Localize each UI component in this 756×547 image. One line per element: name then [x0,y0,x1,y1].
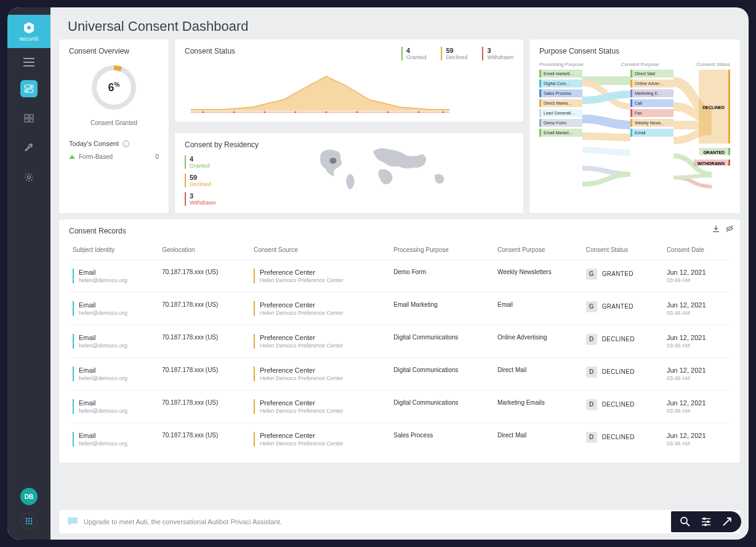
svg-point-11 [28,518,30,520]
page-title: Universal Consent Dashboard [68,18,731,34]
arrow-icon[interactable] [722,516,733,527]
sankey-status-node: DECLINED [699,70,730,144]
svg-point-17 [28,523,30,525]
legend-item: 3Withdrawn [185,192,259,206]
svg-point-15 [31,521,33,522]
sidebar: securiti DB [7,7,50,540]
column-header[interactable]: Processing Purpose [390,241,494,260]
sankey-node: Marketing E… [630,89,674,97]
sankey-diagram: Email marketi…Digital Com…Sales ProcessD… [539,70,730,197]
sliders-icon[interactable] [701,516,712,527]
table-row[interactable]: Emailhelen@democo.org70.187.178.xxx (US)… [69,293,730,325]
svg-point-14 [28,521,30,522]
tool-strip [671,511,741,532]
sankey-node: Digital Com… [539,79,582,87]
nav-data[interactable] [20,110,38,127]
side-nav [20,80,38,186]
wrench-icon [24,143,34,153]
svg-point-20 [203,111,204,113]
visibility-off-icon[interactable] [725,224,734,233]
legend-item: 59Declined [185,174,259,187]
sankey-node: Email [630,129,674,137]
legend-item: 4Granted [401,47,427,60]
svg-point-10 [26,518,28,520]
svg-point-2 [30,86,31,87]
column-header[interactable]: Subject Identity [69,241,158,260]
sankey-status-node: GRANTED [699,148,730,155]
svg-point-36 [704,524,707,526]
securiti-logo-icon [22,21,36,34]
svg-point-21 [233,111,235,113]
legend-item: 3Withdrawn [482,47,513,60]
svg-point-27 [418,111,420,113]
nav-tools[interactable] [20,139,38,156]
info-icon[interactable]: i [123,140,129,147]
table-row[interactable]: Emailhelen@democo.org70.187.178.xxx (US)… [69,391,730,423]
nav-consent[interactable] [20,80,38,97]
table-row[interactable]: Emailhelen@democo.org70.187.178.xxx (US)… [69,260,730,293]
svg-point-24 [326,111,328,113]
consent-gauge: 6% [92,65,136,110]
sankey-header-right: Consent Status [696,62,730,67]
status-area-chart [185,68,456,115]
sankey-node: Call [630,99,674,107]
sankey-node: Lead Generati… [539,109,582,117]
svg-point-22 [264,111,266,113]
svg-point-32 [703,517,706,520]
sankey-node: Email marketi… [539,70,582,78]
svg-point-34 [707,521,709,523]
svg-line-30 [686,523,690,526]
sankey-node: Direct Mail [630,70,674,78]
status-card: Consent Status 4Granted59Declined3Withdr… [175,39,523,122]
svg-point-4 [26,90,28,92]
column-header[interactable]: Consent Source [250,241,390,260]
svg-point-29 [681,517,687,524]
sankey-header-mid: Consent Purpose [621,62,659,67]
svg-rect-5 [25,115,28,118]
records-card: Consent Records Subject IdentityGeolocat… [59,219,740,463]
svg-point-23 [295,111,297,113]
sankey-node: Demo Form [539,119,582,127]
brand-logo[interactable]: securiti [7,15,50,48]
sankey-node: Sales Process [539,89,582,97]
column-header[interactable]: Consent Purpose [494,241,582,260]
svg-point-12 [31,518,33,520]
sankey-node: Online Adver… [630,79,674,87]
residency-title: Consent by Residency [185,140,259,149]
column-header[interactable]: Consent Status [582,241,663,260]
sankey-header-left: Processing Purpose [539,62,584,67]
svg-point-13 [26,521,28,522]
brand-name: securiti [20,36,39,42]
svg-point-25 [356,111,358,113]
search-icon[interactable] [680,516,691,527]
table-row[interactable]: Emailhelen@democo.org70.187.178.xxx (US)… [69,325,730,358]
svg-rect-3 [25,89,33,92]
records-table: Subject IdentityGeolocationConsent Sourc… [69,241,730,455]
purpose-card: Purpose Consent Status Processing Purpos… [529,39,740,213]
user-avatar[interactable]: DB [20,488,38,505]
nav-settings[interactable] [20,169,38,186]
svg-rect-7 [25,119,28,122]
sankey-node: Weekly News… [630,119,674,127]
sankey-node: Email Market… [539,129,582,137]
svg-point-18 [31,523,33,525]
svg-point-16 [26,523,28,525]
column-header[interactable]: Geolocation [158,241,250,260]
records-title: Consent Records [69,227,730,235]
svg-point-28 [443,111,444,113]
table-row[interactable]: Emailhelen@democo.org70.187.178.xxx (US)… [69,423,730,456]
toggle-icon [24,84,34,93]
apps-menu[interactable] [20,513,38,530]
formbased-label: Form-Based [79,153,113,160]
purpose-title: Purpose Consent Status [539,47,730,55]
overview-title: Consent Overview [69,47,159,55]
assistant-bar[interactable]: Upgrade to meet Auti, the conversational… [59,510,740,533]
trend-up-icon [69,155,75,159]
column-header[interactable]: Consent Date [663,241,730,260]
menu-toggle[interactable] [23,58,34,67]
legend-item: 59Declined [441,47,467,60]
download-icon[interactable] [712,224,720,233]
table-row[interactable]: Emailhelen@democo.org70.187.178.xxx (US)… [69,358,730,391]
legend-item: 4Granted [185,155,259,169]
gauge-unit: % [115,81,120,88]
